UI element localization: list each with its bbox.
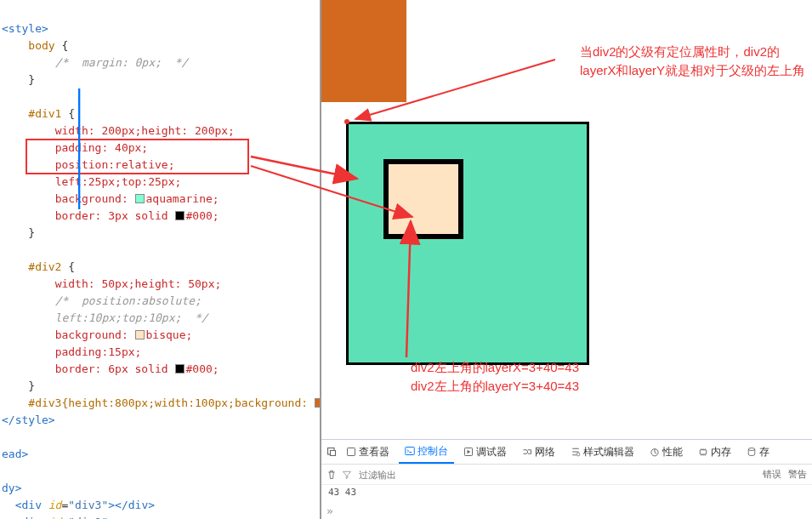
div2-width-line: width: 50px;height: 50px; [55, 277, 222, 290]
errors-label[interactable]: 错误 [763, 468, 781, 481]
debugger-icon [463, 447, 474, 457]
console-icon [405, 446, 415, 456]
tab-inspector[interactable]: 查看器 [340, 440, 395, 464]
div1-selector: #div1 [28, 107, 61, 120]
svg-rect-3 [406, 448, 415, 455]
svg-rect-2 [348, 448, 355, 456]
tab-storage[interactable]: 存 [741, 440, 775, 464]
style-close-tag: </style> [2, 413, 55, 426]
svg-rect-7 [700, 450, 707, 454]
div2-comment: /* position:absolute; left:10px;top:10px… [2, 294, 208, 324]
tab-memory[interactable]: 内存 [692, 440, 737, 464]
filter-input[interactable] [357, 469, 758, 481]
calc-annotation: div2左上角的layerX=3+40=43 div2左上角的layerY=3+… [411, 358, 579, 396]
div1-lefttop-line: left:25px;top:25px; [55, 175, 182, 188]
console-log-line: 43 43 [321, 485, 812, 499]
aquamarine-swatch [135, 194, 145, 203]
tab-performance[interactable]: 性能 [644, 440, 689, 464]
div1-border-val: #000; [186, 209, 219, 222]
div2-box [383, 159, 463, 239]
styles-icon [571, 447, 581, 457]
style-open-tag: <style> [2, 22, 48, 35]
black-swatch [175, 211, 185, 220]
trash-icon[interactable] [327, 470, 337, 480]
div2-selector: #div2 [28, 260, 61, 273]
inspector-icon [346, 447, 356, 457]
div1-position-line: position:relative; [55, 158, 175, 171]
caret-indicator [78, 88, 81, 209]
div1-padding-line: padding: 40px; [55, 141, 149, 154]
div1-width-line: width: 200px;height: 200px; [55, 124, 235, 137]
div1-box [346, 122, 589, 365]
filter-icon[interactable] [342, 470, 352, 480]
perf-icon [650, 447, 660, 457]
storage-icon [747, 447, 757, 457]
warnings-label[interactable]: 警告 [788, 468, 807, 481]
svg-point-5 [576, 453, 580, 456]
tab-debugger[interactable]: 调试器 [457, 440, 513, 464]
div1-bg-prop: background: [55, 192, 128, 205]
black-swatch-2 [175, 364, 185, 374]
div1-bg-val: aquamarine; [146, 192, 219, 205]
origin-dot [344, 119, 349, 124]
annotation-top: 当div2的父级有定位属性时，div2的 layerX和layerY就是相对于父… [580, 43, 805, 80]
bisque-swatch [135, 330, 145, 339]
div3-swatch [315, 398, 321, 408]
memory-icon [698, 447, 708, 457]
devtools-panel: 查看器 控制台 调试器 网络 样式编辑器 [321, 439, 812, 503]
div3-box [321, 0, 406, 102]
div3-selector-line: #div3{height:800px;width:100px;backgroun… [28, 396, 308, 409]
div2-border-val: #000; [186, 362, 219, 375]
chevron-collapse[interactable]: » [321, 503, 812, 519]
div2-padding-line: padding:15px; [55, 345, 142, 358]
body-selector: body [28, 39, 54, 52]
div1-border-prop: border: 3px solid [55, 209, 168, 222]
svg-point-8 [748, 448, 755, 451]
devtools-tabs: 查看器 控制台 调试器 网络 样式编辑器 [321, 440, 812, 465]
tab-styles[interactable]: 样式编辑器 [565, 440, 640, 464]
popout-icon[interactable] [327, 447, 337, 457]
body-open-tag: dy> [2, 482, 21, 494]
console-filter-bar: 错误 警告 [321, 465, 812, 485]
tab-network[interactable]: 网络 [516, 440, 561, 464]
div2-bg-prop: background: [55, 328, 128, 341]
div2-border-prop: border: 6px solid [55, 362, 168, 375]
tab-console[interactable]: 控制台 [399, 440, 454, 464]
network-icon [522, 447, 532, 457]
margin-comment: /* margin: 0px; */ [55, 56, 189, 69]
head-close-tag: ead> [2, 448, 28, 460]
code-editor-pane[interactable]: <style> body { /* margin: 0px; */ } #div… [0, 0, 321, 519]
div2-bg-val: bisque; [146, 328, 193, 341]
